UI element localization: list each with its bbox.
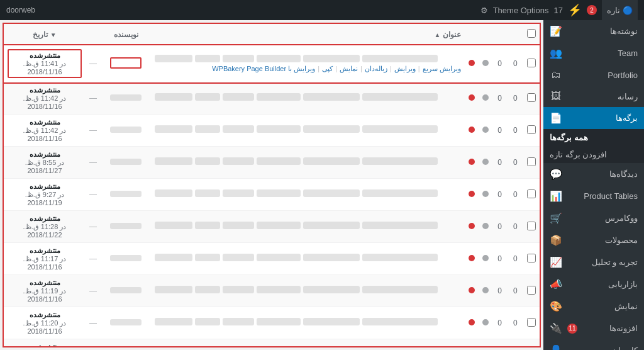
row-action[interactable]: کپی [322,65,333,73]
cats-cell: — [86,339,101,348]
sidebar-item-team[interactable]: Team 👥 [543,42,644,64]
title-bar [223,55,254,62]
row-action[interactable]: ویرایش [394,65,416,73]
title-bar [257,286,301,293]
sidebar-subitem-add-page[interactable]: افزودن برگه تازه [543,146,644,163]
sidebar-item-media-label: رسانه [566,92,638,101]
analytics-icon: 📈 [550,256,562,268]
settings-icon[interactable]: ⚙ [480,6,488,15]
red-dot [469,319,475,325]
title-bar [257,125,301,133]
row-checkbox[interactable] [527,318,536,327]
content-area: عنوان ▲ نویسنده ▼ تاریخ [0,20,543,350]
plugins-icon: 🔌 [550,322,562,334]
col-header-date[interactable]: ▼ تاریخ [4,24,86,45]
page-title-cell [151,339,465,348]
sidebar-item-media[interactable]: رسانه 🖼 [543,86,644,107]
title-bar [303,125,360,133]
title-bar [362,189,438,197]
author-bar-highlighted [110,57,142,69]
title-bar [362,254,438,261]
date-cell: منتشرشده در 11:41 ق.ظ. 2018/11/16 [4,45,86,82]
title-bar [257,55,301,62]
date-value: در 9:27 ق.ظ. 2018/11/19 [25,191,65,206]
sidebar-item-pages[interactable]: برگه‌ها 📄 [543,107,644,129]
sidebar-item-plugins[interactable]: افزونه‌ها 11 🔌 [543,317,644,339]
row-checkbox[interactable] [527,254,536,262]
date-value: در 11:20 ق.ظ. 2018/11/16 [23,319,67,335]
table-row: 00 —منتشرشده در 7:29 ق.ظ. 2018/11/19 [4,339,540,348]
red-dot [469,94,475,101]
author-cell [101,45,151,82]
sidebar-item-portfolio[interactable]: Portfolio 🗂 [543,64,644,86]
row-action[interactable]: ویرایش با WPBakery Page Builder [212,65,315,73]
col-title-label: عنوان [443,30,461,39]
sidebar-subitem-all-pages[interactable]: همه برگه‌ها [543,129,644,146]
date-value: در 11:19 ق.ظ. 2018/11/16 [23,287,67,303]
row-action[interactable]: ویرایش سریع [423,65,461,73]
row-checkbox[interactable] [527,286,536,295]
num2-cell: 0 [508,179,523,211]
red-dot [469,191,475,197]
theme-options[interactable]: Theme Options [493,6,549,15]
num1-cell: 0 [492,82,508,115]
title-bar [362,55,438,62]
sidebar-item-appearance[interactable]: نمایش 🎨 [543,295,644,317]
admin-bar-site[interactable]: 🔵 ناره [602,0,638,20]
title-bar [155,222,192,229]
sidebar-item-woocommerce[interactable]: ووکامرس 🛒 [543,207,644,229]
cats-cell: — [86,275,101,307]
select-all-checkbox[interactable] [527,29,536,38]
page-title-cell [151,211,465,243]
sidebar-item-appearance-label: نمایش [566,302,638,311]
update-badge[interactable]: 2 [587,5,597,15]
cats-cell: — [86,243,101,275]
author-bar [110,223,142,229]
row-action[interactable]: نمایش [340,65,358,73]
sidebar-item-products[interactable]: محصولات 📦 [543,229,644,251]
red-dot [469,159,475,165]
row-checkbox[interactable] [527,157,536,166]
title-bar [195,157,220,165]
col-header-red [465,24,479,45]
sep: | [390,65,392,73]
date-value: در 11:42 ق.ظ. 2018/11/16 [23,94,67,110]
title-bar [303,222,360,229]
row-checkbox[interactable] [527,93,536,102]
title-bar [303,189,360,197]
col-header-title[interactable]: عنوان ▲ [151,24,465,45]
sep: | [418,65,420,73]
title-bar [155,318,192,325]
row-checkbox[interactable] [527,189,536,198]
dot-cell [479,211,492,243]
title-bar [195,189,220,197]
sidebar-item-posts[interactable]: نوشته‌ها 📝 [543,20,644,42]
date-value: در 8:55 ق.ظ. 2018/11/27 [25,159,65,174]
sidebar-item-analytics[interactable]: تجربه و تحلیل 📈 [543,251,644,273]
user-name[interactable]: doorweb [6,6,35,14]
title-bar [155,93,192,101]
posts-wrapper: عنوان ▲ نویسنده ▼ تاریخ [0,20,543,350]
num2-cell: 0 [508,211,523,243]
row-checkbox[interactable] [527,59,536,67]
sidebar-item-posts-label: نوشته‌ها [566,26,638,36]
author-cell [101,115,151,147]
col-author-label: نویسنده [114,30,138,39]
row-checkbox[interactable] [527,222,536,230]
red-dot-cell [465,243,479,275]
wp-logo: ⚡ [568,3,582,17]
row-action[interactable]: زباله‌دان [365,65,387,73]
num1-cell: 0 [492,115,508,147]
sidebar-item-product-tables[interactable]: Product Tables 📊 [543,185,644,207]
num1-cell: 0 [492,243,508,275]
title-bar [362,222,438,229]
sidebar-item-comments[interactable]: دیدگاه‌ها 💬 [543,163,644,185]
num1-cell: 0 [492,339,508,348]
published-label: منتشرشده [8,279,82,287]
sidebar-item-users[interactable]: کاربران 👤 [543,339,644,350]
sidebar-item-marketing[interactable]: بازاریابی 📣 [543,273,644,295]
row-checkbox[interactable] [527,125,536,134]
table-row: 00 —منتشرشده در 11:28 ق.ظ. 2018/11/22 [4,211,540,243]
author-cell [101,275,151,307]
sidebar-item-woocommerce-label: ووکامرس [566,213,638,223]
